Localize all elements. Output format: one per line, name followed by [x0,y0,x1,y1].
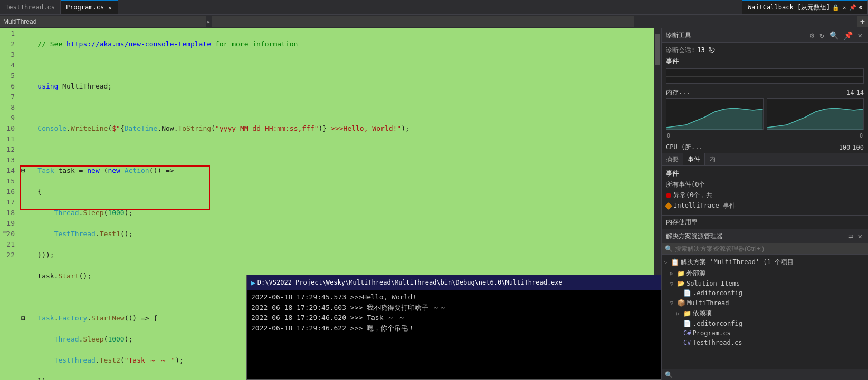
diag-tabs: 摘要 事件 内 [662,153,868,166]
memory-zero-1: 0 [667,133,670,139]
se-tree: ▷ 📋 解决方案 'MultiThread' (1 个项目 ▷ 📁 外部源 ▽ … [662,255,868,369]
diag-settings-icon[interactable]: ⚙ [808,31,816,40]
diagnostics-panel: 诊断工具 ⚙ ↻ 🔍 📌 ✕ 诊断会话: 13 秒 事件 [661,28,868,229]
tab-lock-icon: 🔒 [832,4,840,11]
folder-icon-solution-items: 📂 [677,280,685,287]
tab-waitcallback[interactable]: WaitCallback [从元数组] 🔒 ✕ 📌 ⚙ [742,0,868,14]
main-area: 12345 678910 1112131415 1617181920 2122 … [0,28,868,380]
tab-waitcallback-close[interactable]: ✕ [842,5,847,11]
diag-search-icon[interactable]: 🔍 [828,31,840,40]
diag-session-value: 13 秒 [697,46,715,55]
tree-label-program-cs: Program.cs [692,329,730,337]
tree-item-solution[interactable]: ▷ 📋 解决方案 'MultiThread' (1 个项目 [662,257,868,268]
tab-testthread-label: TestThread.cs [5,4,55,11]
diag-tab-memory[interactable]: 内 [705,153,720,165]
memory-max-1: 14 [846,89,854,96]
folder-icon-deps: 📁 [683,310,691,317]
memory-max-2: 14 [856,89,864,96]
tree-item-editorconfig-2[interactable]: 📄 .editorconfig [662,319,868,328]
tree-arrow-solution-items: ▽ [670,281,675,287]
tree-arrow-deps: ▷ [676,310,682,316]
tab-program[interactable]: Program.cs ✕ [61,0,118,14]
config-icon-1: 📄 [683,289,691,297]
tab-program-close[interactable]: ✕ [107,5,112,11]
diagnostics-actions: ⚙ ↻ 🔍 📌 ✕ [808,31,864,40]
console-line-1: 2022-06-18 17:29:45.573 >>>Hello, World! [251,292,661,303]
tree-label-editorconfig-1: .editorconfig [693,289,742,297]
cs-icon-program: C# [683,329,691,337]
events-timeline [666,69,863,84]
console-icon: ▶ [251,279,255,287]
error-dot-icon [666,193,671,198]
tree-item-deps[interactable]: ▷ 📁 依赖项 [662,308,868,319]
breadcrumb-left[interactable] [0,16,206,27]
config-icon-2: 📄 [683,320,691,327]
se-close-icon[interactable]: ✕ [856,231,864,241]
tree-item-testthread-cs[interactable]: C# TestThread.cs [662,338,868,347]
solution-explorer: 解决方案资源管理器 ⇄ ✕ 🔍 ▷ 📋 解决方案 'MultiThread' (… [661,229,868,380]
event-error: 异常(0个，共 [666,191,864,200]
console-titlebar: ▶ D:\VS2022_Project\Wesky\MultiThread\Mu… [247,275,661,290]
se-search-input[interactable] [675,245,865,252]
tree-arrow-solution: ▷ [664,259,669,265]
tab-bar: TestThread.cs Program.cs ✕ WaitCallback … [0,0,868,15]
memory-usage-label: 内存使用率 [662,215,868,229]
tab-pin-icon[interactable]: 📌 [849,4,856,11]
folder-icon-external: 📁 [677,270,685,277]
cpu-max-2: 100 [852,144,864,151]
diag-events-section: 事件 [666,57,864,66]
tab-testthread[interactable]: TestThread.cs [0,0,61,14]
se-title: 解决方案资源管理器 [666,232,723,241]
line-numbers: 12345 678910 1112131415 1617181920 2122 [0,28,19,380]
tab-program-label: Program.cs [66,4,104,11]
cs-icon-testthread: C# [683,339,691,346]
console-line-3: 2022-06-18 17:29:46.620 >>> Task ～ ～ [251,313,661,323]
tree-item-multithread[interactable]: ▽ 📦 MultiThread [662,298,868,308]
tree-label-external: 外部源 [686,269,705,278]
se-bottom-bar: 🔍 [662,369,868,380]
code-editor: 12345 678910 1112131415 1617181920 2122 … [0,28,661,380]
event-intellitrace: IntelliTrace 事件 [666,201,864,210]
tree-label-testthread-cs: TestThread.cs [692,339,742,346]
intellitrace-dot-icon [665,202,672,209]
memory-zero-2: 0 [860,133,863,139]
diag-tab-summary[interactable]: 摘要 [662,153,683,165]
events-title: 事件 [666,169,864,178]
event-all: 所有事件(0个 [666,180,864,189]
tree-label-solution: 解决方案 'MultiThread' (1 个项目 [681,258,794,267]
project-icon: 📦 [677,299,685,307]
memory-chart-2 [767,98,864,130]
tree-item-solution-items[interactable]: ▽ 📂 Solution Items [662,279,868,288]
tree-item-editorconfig-1[interactable]: 📄 .editorconfig [662,288,868,298]
breadcrumb-sep: ▸ [206,18,212,25]
diag-tab-events[interactable]: 事件 [683,153,705,165]
breadcrumb-right[interactable] [212,16,634,27]
tree-label-deps: 依赖项 [693,309,712,318]
right-panel: 诊断工具 ⚙ ↻ 🔍 📌 ✕ 诊断会话: 13 秒 事件 [661,28,868,380]
tab-gear-icon[interactable]: ⚙ [859,4,862,11]
tree-item-external[interactable]: ▷ 📁 外部源 [662,268,868,279]
diagnostics-header: 诊断工具 ⚙ ↻ 🔍 📌 ✕ [662,28,868,43]
tree-label-editorconfig-2: .editorconfig [693,320,742,327]
console-line-4: 2022-06-18 17:29:46.622 >>> 嗯，你个吊毛！ [251,323,661,334]
events-section: 事件 所有事件(0个 异常(0个，共 IntelliTrace 事件 [662,166,868,215]
cpu-max-1: 100 [839,144,851,151]
console-window[interactable]: ▶ D:\VS2022_Project\Wesky\MultiThread\Mu… [246,275,661,380]
diag-refresh-icon[interactable]: ↻ [818,31,825,40]
event-error-label: 异常(0个，共 [673,191,712,200]
tree-item-program-cs[interactable]: C# Program.cs [662,328,868,338]
diag-pin-icon[interactable]: 📌 [842,31,854,40]
se-bottom-search-icon[interactable]: 🔍 [665,371,673,378]
console-line-2: 2022-06-18 17:29:45.603 >>> 我不晓得要打印啥子 ～～ [251,303,661,313]
solution-icon: 📋 [671,258,679,266]
diag-session-row: 诊断会话: 13 秒 [666,46,864,55]
diag-close-icon[interactable]: ✕ [856,31,864,40]
event-all-label: 所有事件(0个 [666,180,705,189]
se-search-bar: 🔍 [662,243,868,255]
tree-arrow-external: ▷ [670,270,675,276]
hint-icon: ✏ [3,226,8,236]
add-file-button[interactable]: + [857,16,868,27]
se-header: 解决方案资源管理器 ⇄ ✕ [662,229,868,243]
se-sync-icon[interactable]: ⇄ [847,231,854,241]
tab-waitcallback-label: WaitCallback [从元数组] [748,3,830,12]
